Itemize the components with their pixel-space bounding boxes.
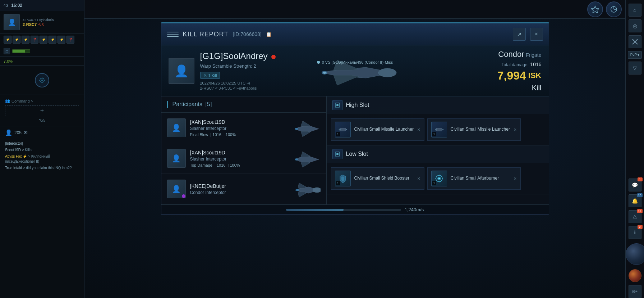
high-slot-item-1: 1 Civilian Small Missile Launcher × (331, 118, 424, 141)
svg-marker-24 (301, 162, 310, 167)
player-security: -0.8 (38, 22, 44, 26)
chat-text-4: > did you claim this INQ in n2? (23, 166, 72, 170)
right-sidebar: ⌂ ◎ PvP ▾ ▽ 💬 1 🔔 10 ⚠ 12 ℹ 2 99+ (625, 0, 644, 298)
svg-point-17 (323, 72, 326, 74)
map-button[interactable]: ◎ (629, 19, 641, 32)
modal-menu-button[interactable] (167, 28, 179, 40)
low-slot-item-2: 1 Civilian Small Afterburner × (427, 167, 521, 190)
nav-circle-2[interactable] (606, 1, 622, 17)
planet-icon (626, 243, 644, 265)
speed-bar: 1,240m/s (161, 204, 549, 215)
participants-count: [5] (204, 101, 212, 108)
skill-icon-3[interactable]: ⚡ (22, 36, 29, 44)
participants-panel: Participants [5] 👤 [XAN]Scout19D Slasher… (161, 96, 327, 204)
chat-text-2: Kills: (25, 148, 32, 152)
chat-button[interactable]: 💬 1 (629, 179, 641, 191)
skill-icon-1[interactable]: ⚡ (4, 36, 12, 44)
export-button[interactable]: ↗ (513, 28, 526, 41)
kill-badge-icon: ⚔ (203, 73, 207, 78)
ship-name: Condor (498, 50, 524, 59)
combat-dot (317, 61, 320, 64)
participants-title: Participants (172, 101, 203, 108)
skill-icon-8[interactable]: ❓ (66, 36, 74, 44)
chat-line-4: True Intaki > did you claim this INQ in … (5, 166, 79, 171)
high-slot-item-2: 1 Civilian Small Missile Launcher × (427, 118, 521, 141)
users-icon: 👤 (5, 129, 12, 136)
copy-id-icon[interactable]: 📋 (266, 32, 272, 37)
low-slot-header: Low Slot (327, 145, 549, 163)
damage-row: Total damage: 1016 (497, 61, 542, 68)
svg-marker-34 (346, 129, 347, 130)
high-slot-item-2-name: Civilian Small Missile Launcher (451, 127, 510, 132)
damage-label: Total damage: (502, 62, 529, 67)
cube-icon[interactable]: ◻ (4, 48, 10, 54)
chat-name-1: [Interdictor] (5, 141, 23, 145)
chat-name-2: Scout19D > (5, 148, 25, 152)
kill-badge: ⚔ 1 Kill (200, 72, 220, 79)
high-slot-item-1-close[interactable]: × (417, 127, 420, 132)
svg-marker-23 (301, 152, 310, 157)
corp-badge-3 (182, 194, 185, 198)
kill-report-modal: KILL REPORT [ID:7066608] 📋 ↗ × 👤 [G1G]So… (161, 22, 549, 215)
afterburner-icon: 1 (431, 171, 447, 186)
filter-button[interactable]: ▽ (629, 62, 641, 74)
notifications-button[interactable]: 🔔 10 (629, 194, 641, 207)
add-slot-button[interactable]: + (5, 105, 79, 116)
low-slot-item-2-close[interactable]: × (514, 176, 516, 181)
info-button[interactable]: ℹ 2 (629, 226, 641, 239)
home-button[interactable]: ⌂ (629, 4, 641, 17)
high-slot-section: High Slot 1 (327, 96, 549, 145)
command-label[interactable]: 👥 Command > (5, 99, 79, 103)
kill-result-label: Kill (497, 84, 542, 92)
skill-icon-4[interactable]: ❓ (31, 36, 38, 44)
speed-slider[interactable] (286, 209, 401, 211)
skill-icon-2[interactable]: ⚡ (13, 36, 20, 44)
shield-booster-icon: 1 (335, 171, 351, 186)
participant-name-1: [XAN]Scout19D (190, 119, 288, 125)
notifications-badge: 10 (637, 193, 643, 197)
low-slot-icon (332, 149, 342, 159)
message-icon[interactable]: ✉ (24, 130, 28, 135)
participant-item-2[interactable]: 👤 [XAN]Scout19D Slasher Interceptor Top … (161, 143, 326, 174)
pvp-toggle[interactable]: PvP ▾ (628, 51, 642, 59)
left-sidebar: 4G 16:02 👤 3-PC31 < Feythabolis 2-RSC7 -… (0, 0, 84, 298)
svg-point-13 (378, 68, 396, 77)
skill-icon-6[interactable]: ⚡ (49, 36, 56, 44)
combat-button[interactable] (629, 35, 641, 48)
participant-item-3[interactable]: 👤 [KNEE]DeButjer Condor Interceptor (161, 174, 326, 204)
participant-ship-1: Slasher Interceptor (190, 126, 288, 131)
chat-line-2: Scout19D > Kills: (5, 148, 79, 153)
player-name: 2-RSC7 (23, 22, 37, 27)
users-row: 👤 205 ✉ (0, 126, 84, 139)
skill-icon-5[interactable]: ⚡ (40, 36, 47, 44)
signal-indicator: 4G (4, 4, 8, 8)
missile-launcher-icon-1: 1 (335, 122, 351, 137)
participant-avatar-1: 👤 (167, 118, 186, 137)
chat-area: [Interdictor] Scout19D > Kills: Abyss Fo… (0, 139, 84, 174)
skill-icon-7[interactable]: ⚡ (58, 36, 65, 44)
progress-bar (12, 49, 30, 53)
svg-point-40 (336, 153, 339, 155)
nav-circle-1[interactable] (587, 1, 603, 17)
high-slot-items: 1 Civilian Small Missile Launcher × (327, 114, 549, 145)
pvp-label: PvP (630, 53, 637, 57)
participant-name-3: [KNEE]DeButjer (190, 183, 288, 189)
percentage-value: 7.0% (0, 57, 84, 66)
modal-title: KILL REPORT (183, 31, 229, 38)
participant-ship-art-3 (292, 178, 321, 200)
items-button[interactable]: 99+ (629, 285, 641, 298)
participant-stats-1: Final Blow | 1016 | 100% (190, 132, 288, 137)
low-slot-item-1-close[interactable]: × (417, 176, 420, 181)
warning-button[interactable]: ⚠ 12 (629, 210, 641, 223)
player-avatar: 👤 (4, 14, 20, 30)
participant-item-1[interactable]: 👤 [XAN]Scout19D Slasher Interceptor Fina… (161, 113, 326, 143)
skill-icons-row: ⚡ ⚡ ⚡ ❓ ⚡ ⚡ ⚡ ❓ (0, 33, 84, 46)
close-modal-button[interactable]: × (530, 28, 543, 41)
location-icon[interactable] (35, 73, 49, 87)
combat-log: 0 VS [G1G]Михалы496 (Condor II)-Miss (317, 60, 393, 64)
participant-info-2: [XAN]Scout19D Slasher Interceptor Top Da… (190, 150, 288, 167)
low-slot-item-1-qty: 1 (336, 181, 340, 185)
chat-badge: 1 (638, 177, 643, 181)
low-slot-item-2-name: Civilian Small Afterburner (451, 176, 510, 181)
high-slot-item-2-close[interactable]: × (514, 127, 516, 132)
